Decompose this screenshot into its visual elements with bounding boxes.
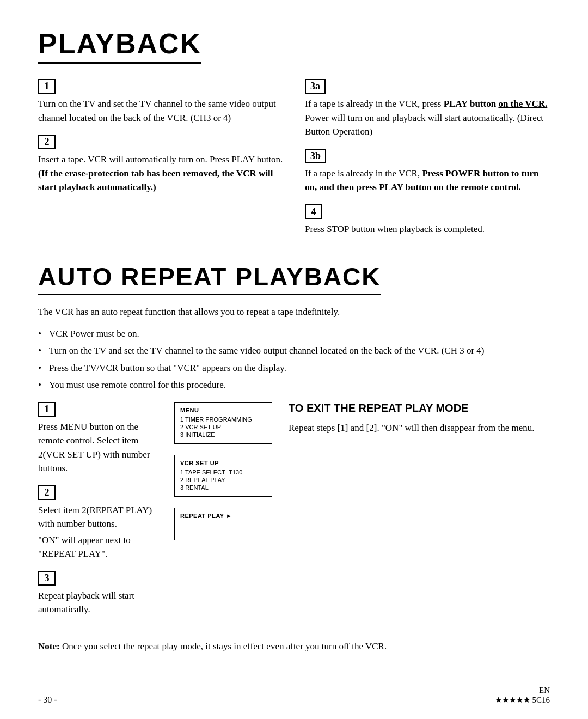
auto-repeat-title: AUTO REPEAT PLAYBACK [38, 262, 381, 295]
auto-step3-box: 3 [38, 571, 56, 586]
footer-right: EN ★★★★★ 5C16 [495, 686, 550, 705]
auto-repeat-section: AUTO REPEAT PLAYBACK The VCR has an auto… [38, 262, 550, 653]
exit-title: TO EXIT THE REPEAT PLAY MODE [289, 402, 550, 415]
playback-section: PLAYBACK 1 Turn on the TV and set the TV… [38, 27, 550, 246]
repeatplay-screen: REPEAT PLAY ► [174, 508, 272, 540]
step2-text: Insert a tape. VCR will automatically tu… [38, 153, 283, 167]
auto-step3: 3 Repeat playback will start automatical… [38, 571, 158, 617]
menu-screen-title: MENU [180, 407, 266, 413]
page-number: - 30 - [38, 695, 57, 705]
step3a-box: 3a [305, 79, 326, 94]
auto-repeat-exit: TO EXIT THE REPEAT PLAY MODE Repeat step… [289, 402, 550, 626]
auto-step1-text: Press MENU button on the remote control.… [38, 420, 158, 476]
menu-item-1: 1 TIMER PROGRAMMING [180, 416, 266, 423]
auto-repeat-steps: 1 Press MENU button on the remote contro… [38, 402, 158, 626]
footer-model: ★★★★★ 5C16 [495, 695, 550, 705]
playback-step2: 2 Insert a tape. VCR will automatically … [38, 135, 283, 194]
exit-text: Repeat steps [1] and [2]. "ON" will then… [289, 421, 550, 435]
auto-step2-text: Select item 2(REPEAT PLAY) with number b… [38, 503, 158, 531]
vcrsetup-item-2: 2 REPEAT PLAY [180, 477, 266, 483]
vcrsetup-item-1: 1 TAPE SELECT -T130 [180, 469, 266, 476]
step1-box: 1 [38, 79, 56, 94]
step4-text: Press STOP button when playback is compl… [305, 222, 550, 236]
note-label: Note: [38, 641, 60, 651]
step2-bold: (If the erase-protection tab has been re… [38, 167, 283, 194]
auto-repeat-intro: The VCR has an auto repeat function that… [38, 305, 550, 319]
auto-step2-box: 2 [38, 485, 56, 500]
vcrsetup-screen-title: VCR SET UP [180, 460, 266, 466]
playback-left-col: 1 Turn on the TV and set the TV channel … [38, 79, 283, 246]
vcrsetup-screen: VCR SET UP 1 TAPE SELECT -T130 2 REPEAT … [174, 455, 272, 497]
step3b-text: If a tape is already in the VCR, Press P… [305, 167, 550, 194]
footer-lang: EN [495, 686, 550, 695]
auto-repeat-bullets: VCR Power must be on. Turn on the TV and… [38, 327, 550, 392]
bullet-item: You must use remote control for this pro… [38, 378, 550, 392]
bullet-item: Turn on the TV and set the TV channel to… [38, 344, 550, 358]
step3a-text: If a tape is already in the VCR, press P… [305, 97, 550, 139]
playback-step4: 4 Press STOP button when playback is com… [305, 204, 550, 236]
auto-repeat-screens: MENU 1 TIMER PROGRAMMING 2 VCR SET UP 3 … [174, 402, 272, 626]
auto-step1-box: 1 [38, 402, 56, 417]
repeatplay-screen-title: REPEAT PLAY ► [180, 513, 266, 519]
bullet-item: Press the TV/VCR button so that "VCR" ap… [38, 361, 550, 375]
playback-step1: 1 Turn on the TV and set the TV channel … [38, 79, 283, 125]
step2-box: 2 [38, 135, 56, 149]
playback-right-col: 3a If a tape is already in the VCR, pres… [305, 79, 550, 246]
playback-step3a: 3a If a tape is already in the VCR, pres… [305, 79, 550, 139]
note-text: Once you select the repeat play mode, it… [62, 641, 387, 651]
page-footer: - 30 - EN ★★★★★ 5C16 [38, 686, 550, 705]
auto-step1: 1 Press MENU button on the remote contro… [38, 402, 158, 476]
menu-item-2: 2 VCR SET UP [180, 424, 266, 430]
auto-step3-text: Repeat playback will start automatically… [38, 589, 158, 617]
auto-step2-text2: "ON" will appear next to "REPEAT PLAY". [38, 533, 158, 561]
note-block: Note: Once you select the repeat play mo… [38, 639, 550, 654]
bullet-item: VCR Power must be on. [38, 327, 550, 341]
menu-item-3: 3 INITIALIZE [180, 431, 266, 438]
vcrsetup-item-3: 3 RENTAL [180, 484, 266, 491]
step1-text: Turn on the TV and set the TV channel to… [38, 97, 283, 125]
menu-screen: MENU 1 TIMER PROGRAMMING 2 VCR SET UP 3 … [174, 402, 272, 444]
auto-repeat-main: 1 Press MENU button on the remote contro… [38, 402, 550, 626]
playback-step3b: 3b If a tape is already in the VCR, Pres… [305, 149, 550, 194]
playback-title: PLAYBACK [38, 27, 201, 64]
auto-step2: 2 Select item 2(REPEAT PLAY) with number… [38, 485, 158, 561]
step3b-box: 3b [305, 149, 326, 163]
step4-box: 4 [305, 204, 322, 219]
